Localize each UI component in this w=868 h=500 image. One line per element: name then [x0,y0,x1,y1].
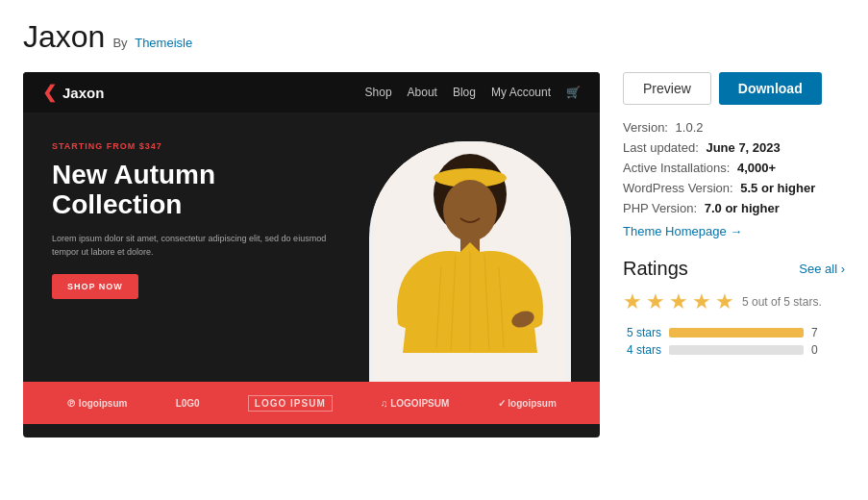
mock-nav-blog: Blog [453,86,476,99]
star-1: ★ [623,289,642,314]
mock-theme-logo: ❮ Jaxon [42,82,104,103]
download-button[interactable]: Download [719,72,822,105]
php-value: 7.0 or higher [705,201,780,215]
star-3: ★ [669,289,688,314]
theme-author: By Themeisle [112,36,192,50]
theme-header: Jaxon By Themeisle [23,19,845,55]
ratings-header: Ratings See all › [623,258,845,280]
mock-logo-2: L0G0 [176,398,200,409]
stars-display: ★ ★ ★ ★ ★ 5 out of 5 stars. [623,289,845,314]
mock-hero-title: New AutumnCollection [52,161,350,220]
meta-table: Version: 1.0.2 Last updated: June 7, 202… [623,120,845,238]
version-value: 1.0.2 [676,120,704,135]
star-4: ★ [692,289,711,314]
preview-panel: ❮ Jaxon Shop About Blog My Account 🛒 Sta… [23,72,600,438]
version-row: Version: 1.0.2 [623,120,845,135]
mock-hero-text: Starting from $347 New AutumnCollection … [52,132,350,382]
author-link[interactable]: Themeisle [135,36,192,50]
bar-fill-5 [669,328,804,338]
mock-logos-bar: ℗ logoipsum L0G0 LOGO IPSUM ♫ LOGOIPSUM … [23,382,600,424]
info-panel: Preview Download Version: 1.0.2 Last upd… [623,72,845,438]
updated-label: Last updated: [623,140,699,155]
updated-row: Last updated: June 7, 2023 [623,140,845,155]
homepage-row: Theme Homepage → [623,223,845,238]
bar-label-5: 5 stars [623,326,661,339]
wp-value: 5.5 or higher [740,181,815,195]
wp-row: WordPress Version: 5.5 or higher [623,181,845,195]
theme-homepage-link[interactable]: Theme Homepage → [623,224,742,238]
version-label: Version: [623,120,668,135]
mock-logo-3: LOGO IPSUM [248,395,333,412]
woman-svg [374,141,566,382]
theme-title: Jaxon [23,19,105,55]
mock-logo-1: ℗ logoipsum [66,398,127,409]
bar-track-4 [669,345,804,355]
ratings-title: Ratings [623,258,688,280]
mock-navbar: ❮ Jaxon Shop About Blog My Account 🛒 [23,72,600,112]
rating-bar-5stars: 5 stars 7 [623,326,845,339]
php-label: PHP Version: [623,201,697,215]
bar-track-5 [669,328,804,338]
installs-row: Active Installations: 4,000+ [623,161,845,175]
ratings-section: Ratings See all › ★ ★ ★ ★ ★ 5 out of 5 s… [623,258,845,357]
php-row: PHP Version: 7.0 or higher [623,201,845,215]
main-content: ❮ Jaxon Shop About Blog My Account 🛒 Sta… [23,72,845,438]
see-all-link[interactable]: See all › [799,262,845,276]
page-wrapper: Jaxon By Themeisle ❮ Jaxon Shop About [0,0,868,500]
installs-value: 4,000+ [737,161,776,175]
mock-hero-image [369,141,571,382]
bar-count-5: 7 [811,326,818,339]
rating-bar-4stars: 4 stars 0 [623,343,845,357]
updated-value: June 7, 2023 [706,140,780,155]
mock-nav-account: My Account [491,86,551,99]
installs-label: Active Installations: [623,161,730,175]
theme-screenshot: ❮ Jaxon Shop About Blog My Account 🛒 Sta… [23,72,600,438]
mock-logo-icon: ❮ [42,82,57,103]
star-2: ★ [646,289,665,314]
mock-hero-desc: Lorem ipsum dolor sit amet, consectetur … [52,232,350,260]
action-buttons: Preview Download [623,72,845,105]
preview-button[interactable]: Preview [623,72,711,105]
bar-label-4: 4 stars [623,343,661,357]
star-5: ★ [715,289,734,314]
mock-hero-btn: Shop Now [52,274,138,299]
mock-nav-shop: Shop [365,86,392,99]
mock-hero-subtitle: Starting from $347 [52,141,350,151]
mock-nav-links: Shop About Blog My Account 🛒 [365,86,581,99]
mock-logo-4: ♫ LOGOIPSUM [381,398,449,409]
mock-hero: Starting from $347 New AutumnCollection … [23,112,600,382]
mock-nav-about: About [408,86,437,99]
author-prefix: By [112,36,127,50]
svg-point-3 [443,180,497,241]
bar-count-4: 0 [811,343,818,357]
stars-out-of: 5 out of 5 stars. [742,295,822,309]
wp-label: WordPress Version: [623,181,733,195]
mock-nav-cart: 🛒 [566,86,581,99]
mock-logo-5: ✓ logoipsum [498,398,557,409]
mock-logo-text: Jaxon [62,85,104,101]
